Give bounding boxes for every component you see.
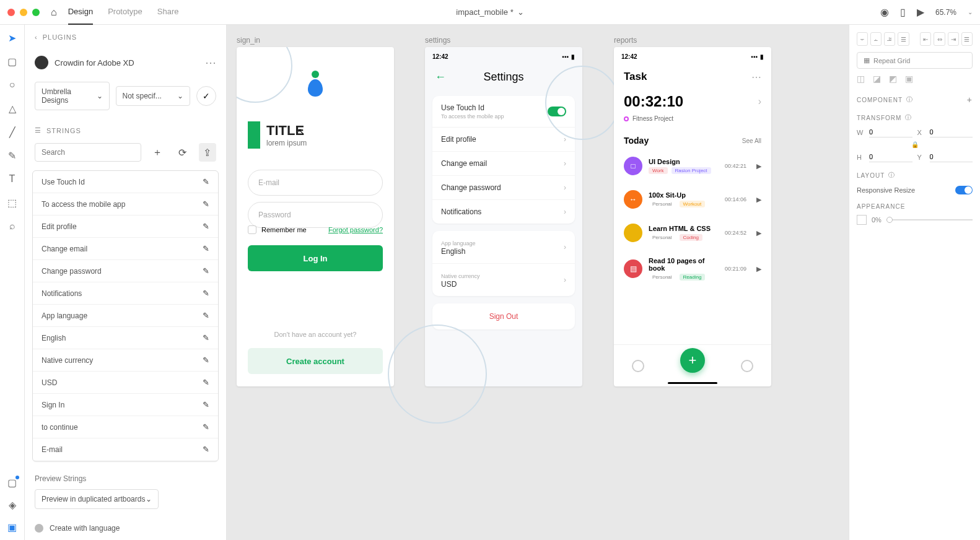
line-tool-icon[interactable]: ╱ [7,126,18,137]
branch-dropdown[interactable]: Not specif... ⌄ [116,86,191,106]
forgot-password-link[interactable]: Forgot password? [328,226,383,233]
align-v-center-icon[interactable]: ⫠ [870,32,882,46]
setting-app-language[interactable]: App languageEnglish › [432,231,575,264]
info-icon[interactable]: ⓘ [906,95,913,104]
edit-icon[interactable]: ✎ [203,378,209,387]
strings-list[interactable]: Use Touch Id✎To access the mobile app✎Ed… [32,170,219,462]
play-icon[interactable]: ▶ [756,162,761,170]
align-top-icon[interactable]: ⫟ [857,32,868,46]
nav-timer-icon[interactable] [632,360,644,372]
remember-checkbox[interactable] [248,225,256,234]
play-icon[interactable]: ▶ [917,6,924,18]
opacity-slider[interactable] [886,219,973,220]
string-item[interactable]: Sign In✎ [33,394,218,416]
preview-mode-dropdown[interactable]: Preview in duplicated artboards ⌄ [35,489,159,509]
artboard-settings[interactable]: 12:42 ▪▪▪▮ ← Settings Use Touch Id To ac… [425,47,582,386]
tab-prototype[interactable]: Prototype [108,0,142,25]
confirm-button[interactable]: ✓ [196,86,216,106]
y-input[interactable] [930,152,973,162]
opacity-checker-icon[interactable] [857,215,867,225]
string-item[interactable]: To access the mobile app✎ [33,193,218,216]
fab-add-button[interactable]: + [680,348,705,373]
play-icon[interactable]: ▶ [756,196,761,204]
setting-native-currency[interactable]: Native currencyUSD › [432,264,575,296]
distribute-v-icon[interactable]: ☰ [898,32,909,46]
project-dropdown[interactable]: Umbrella Designs ⌄ [35,82,110,110]
responsive-toggle[interactable] [955,186,973,194]
edit-icon[interactable]: ✎ [203,199,209,209]
string-item[interactable]: Notifications✎ [33,282,218,305]
create-with-language-option[interactable]: Create with language [25,516,226,540]
string-item[interactable]: Change password✎ [33,260,218,282]
project-row[interactable]: Fitness Project [614,115,771,131]
play-icon[interactable]: ▶ [756,265,761,273]
more-icon[interactable]: ⋯ [751,71,761,83]
distribute-h-icon[interactable]: ☰ [961,32,973,46]
timer-row[interactable]: 00:32:10 › [614,88,771,115]
lock-aspect-icon[interactable]: 🔒 [857,141,973,148]
string-item[interactable]: USD✎ [33,372,218,394]
add-component-icon[interactable]: + [967,95,973,105]
task-item[interactable]: Learn HTML & CSSPersonalCoding00:24:52▶ [619,217,766,248]
plugin-menu-icon[interactable]: ⋯ [205,56,216,69]
upload-button[interactable]: ⇪ [199,143,216,162]
create-account-button[interactable]: Create account [248,348,383,374]
chevron-down-icon[interactable]: ⌄ [968,9,973,15]
pen-tool-icon[interactable]: ✎ [7,150,18,161]
edit-icon[interactable]: ✎ [203,333,209,342]
align-right-icon[interactable]: ⇥ [948,32,959,46]
edit-icon[interactable]: ✎ [203,400,209,409]
artboard-tool-icon[interactable]: ⬚ [7,197,18,208]
subtract-icon[interactable]: ◪ [873,74,885,86]
edit-icon[interactable]: ✎ [203,445,209,454]
string-item[interactable]: Native currency✎ [33,349,218,372]
align-h-center-icon[interactable]: ⇔ [934,32,945,46]
email-input[interactable]: E-mail [248,170,383,196]
maximize-window[interactable] [32,9,40,16]
edit-icon[interactable]: ✎ [203,289,209,298]
sign-out-button[interactable]: Sign Out [432,303,575,329]
nav-stats-icon[interactable] [741,360,753,372]
setting-change-password[interactable]: Change password› [432,176,575,200]
edit-icon[interactable]: ✎ [203,177,209,186]
zoom-level[interactable]: 65.7% [935,8,956,17]
tab-design[interactable]: Design [68,0,93,25]
edit-icon[interactable]: ✎ [203,355,209,365]
see-all-link[interactable]: See All [742,137,761,144]
edit-icon[interactable]: ✎ [203,311,209,320]
mobile-preview-icon[interactable]: ▯ [900,6,906,18]
add-string-button[interactable]: ＋ [149,143,166,162]
toggle-switch[interactable] [548,107,566,116]
info-icon[interactable]: ⓘ [905,113,912,122]
artboard-reports[interactable]: 12:42 ▪▪▪▮ Task ⋯ 00:32:10 › Fitness Pro… [614,47,771,386]
artboard-label-signin[interactable]: sign_in [237,36,260,45]
intersect-icon[interactable]: ◩ [889,74,901,86]
password-input[interactable]: Password [248,202,383,228]
plugins-header[interactable]: ‹ PLUGINS [25,25,226,50]
setting-change-email[interactable]: Change email› [432,152,575,176]
string-item[interactable]: App language✎ [33,305,218,327]
x-input[interactable] [930,127,973,137]
select-tool-icon[interactable]: ➤ [7,32,18,43]
minimize-window[interactable] [20,9,27,16]
align-bottom-icon[interactable]: ⫡ [884,32,895,46]
width-input[interactable] [869,127,912,137]
task-item[interactable]: ▤Read 10 pages of bookPersonalReading00:… [619,251,766,287]
height-input[interactable] [869,152,912,162]
string-item[interactable]: Change email✎ [33,238,218,260]
slider-thumb[interactable] [886,217,893,223]
plugins-icon[interactable]: ▣ [7,521,18,533]
string-item[interactable]: English✎ [33,327,218,349]
document-title[interactable]: impact_mobile * ⌄ [456,7,524,17]
edit-icon[interactable]: ✎ [203,266,209,276]
polygon-tool-icon[interactable]: △ [7,103,18,114]
string-item[interactable]: Edit profile✎ [33,216,218,238]
edit-icon[interactable]: ✎ [203,222,209,231]
artboard-signin[interactable]: TITLE lorem ipsum ↖ E-mail Password Reme… [237,47,394,386]
align-left-icon[interactable]: ⇤ [920,32,931,46]
info-icon[interactable]: ⓘ [888,171,895,180]
back-arrow-icon[interactable]: ← [435,71,446,84]
close-window[interactable] [7,9,15,16]
string-item[interactable]: to continue✎ [33,416,218,438]
setting-notifications[interactable]: Notifications› [432,200,575,224]
